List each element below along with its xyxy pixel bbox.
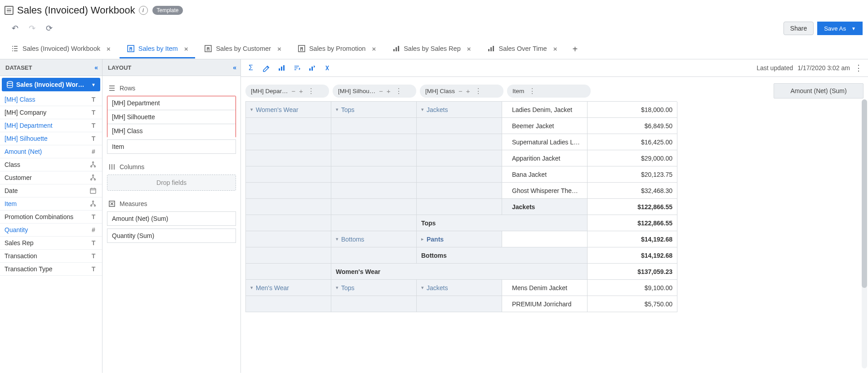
field-transaction[interactable]: TransactionT	[0, 250, 102, 263]
tab-sales-over-time[interactable]: Sales Over Time×	[480, 40, 564, 58]
col-header-department[interactable]: [MH] Depar… − + ⋮	[245, 85, 329, 98]
measure-pill[interactable]: Amount (Net) (Sum)	[107, 211, 236, 226]
col-header-amount[interactable]: Amount (Net) (Sum)	[774, 83, 864, 99]
chevron-right-icon[interactable]: ▸	[421, 236, 424, 242]
collapse-all-icon[interactable]: −	[379, 87, 383, 95]
item-cell[interactable]: Ghost Whisperer The…	[502, 183, 588, 199]
field--mh-company[interactable]: [MH] CompanyT	[0, 106, 102, 119]
col-header-class[interactable]: [MH] Class − + ⋮	[420, 85, 503, 98]
group-silhouette[interactable]: ▾Bottoms	[331, 231, 417, 247]
sigma-icon[interactable]: Σ	[246, 63, 255, 72]
collapse-left-icon[interactable]: «	[94, 64, 97, 71]
item-cell[interactable]: Mens Denim Jacket	[502, 280, 588, 296]
close-tab-icon[interactable]: ×	[467, 45, 471, 53]
measure-pill[interactable]: Quantity (Sum)	[107, 229, 236, 243]
tab-sales-invoiced-workbook[interactable]: Sales (Invoiced) Workbook×	[4, 40, 118, 58]
save-as-button[interactable]: Save As ▼	[817, 22, 863, 35]
sort-icon[interactable]	[292, 63, 301, 72]
column-menu-icon[interactable]: ⋮	[307, 87, 315, 95]
field--mh-class[interactable]: [MH] ClassT	[0, 93, 102, 106]
collapse-columns-icon[interactable]	[323, 63, 332, 72]
col-header-silhouette[interactable]: [MH] Silhou… − + ⋮	[333, 85, 416, 98]
group-silhouette[interactable]: ▾Tops	[331, 280, 417, 296]
row-field-pill[interactable]: [MH] Department	[107, 96, 236, 110]
item-cell[interactable]: Ladies Denim, Jacket	[502, 102, 588, 118]
amount-cell: $14,192.68	[588, 231, 677, 247]
vertical-scrollbar[interactable]	[862, 99, 867, 368]
close-tab-icon[interactable]: ×	[107, 45, 111, 53]
field-transaction-type[interactable]: Transaction TypeT	[0, 263, 102, 276]
expand-all-icon[interactable]: +	[466, 87, 470, 95]
chevron-down-icon[interactable]: ▾	[421, 285, 424, 291]
item-cell[interactable]: Bana Jacket	[502, 166, 588, 183]
measures-dropzone[interactable]: Amount (Net) (Sum)Quantity (Sum)	[107, 211, 236, 243]
column-menu-icon[interactable]: ⋮	[395, 87, 402, 95]
more-menu-icon[interactable]: ⋮	[855, 63, 863, 73]
field-customer[interactable]: Customer	[0, 171, 102, 184]
row-field-pill[interactable]: [MH] Silhouette	[107, 110, 236, 124]
tab-label: Sales (Invoiced) Workbook	[22, 45, 100, 52]
redo-icon[interactable]: ↷	[27, 23, 37, 33]
refresh-icon[interactable]: ⟳	[44, 23, 54, 33]
dataset-selector[interactable]: Sales (Invoiced) Wor… ▼	[2, 78, 100, 91]
row-field-item[interactable]: Item	[107, 139, 236, 154]
tab-sales-by-item[interactable]: Sales by Item×	[120, 40, 196, 58]
field-class[interactable]: Class	[0, 158, 102, 171]
field--mh-department[interactable]: [MH] DepartmentT	[0, 119, 102, 132]
chart-toggle-icon[interactable]	[277, 63, 286, 72]
chevron-down-icon[interactable]: ▾	[421, 107, 424, 112]
add-tab-button[interactable]: +	[566, 40, 584, 59]
scrollbar-thumb[interactable]	[862, 99, 867, 288]
close-tab-icon[interactable]: ×	[277, 45, 281, 53]
field-item[interactable]: Item	[0, 197, 102, 211]
item-cell[interactable]: Supernatural Ladies L…	[502, 134, 588, 150]
column-menu-icon[interactable]: ⋮	[475, 87, 482, 95]
field-date[interactable]: Date	[0, 184, 102, 197]
collapse-all-icon[interactable]: −	[458, 87, 463, 95]
chevron-down-icon[interactable]: ▾	[336, 107, 338, 112]
span-cell	[331, 183, 417, 199]
expand-all-icon[interactable]: +	[387, 87, 391, 95]
chevron-down-icon[interactable]: ▾	[336, 236, 338, 242]
expand-all-icon[interactable]: +	[299, 87, 303, 95]
field-promotion-combinations[interactable]: Promotion CombinationsT	[0, 211, 102, 224]
group-department[interactable]: ▾Women's Wear	[246, 102, 331, 118]
item-cell[interactable]: PREMIUM Jorrichard	[502, 296, 588, 312]
share-button[interactable]: Share	[783, 22, 814, 35]
rows-dropzone-highlighted[interactable]: [MH] Department[MH] Silhouette[MH] Class	[107, 96, 236, 138]
row-field-pill[interactable]: [MH] Class	[107, 124, 236, 138]
format-icon[interactable]	[262, 63, 271, 72]
close-tab-icon[interactable]: ×	[184, 45, 188, 53]
group-class-collapsed[interactable]: ▸Pants	[417, 231, 502, 247]
field-type-icon: T	[89, 252, 98, 260]
columns-dropzone[interactable]: Drop fields	[107, 175, 236, 191]
info-icon[interactable]: i	[139, 6, 148, 15]
tab-sales-by-sales-rep[interactable]: Sales by Sales Rep×	[385, 40, 478, 58]
field--mh-silhouette[interactable]: [MH] SilhouetteT	[0, 132, 102, 145]
group-department[interactable]: ▾Men's Wear	[246, 280, 331, 296]
field-amount-net-[interactable]: Amount (Net)#	[0, 145, 102, 158]
group-class[interactable]: ▾Jackets	[417, 102, 502, 118]
pivot-icon	[127, 45, 135, 53]
tab-label: Sales by Customer	[216, 45, 271, 52]
collapse-left-icon[interactable]: «	[233, 64, 235, 71]
close-tab-icon[interactable]: ×	[372, 45, 376, 53]
group-class[interactable]: ▾Jackets	[417, 280, 502, 296]
col-header-item[interactable]: Item ⋮	[507, 85, 591, 98]
chevron-down-icon[interactable]: ▾	[250, 107, 253, 112]
chevron-down-icon[interactable]: ▾	[250, 285, 253, 291]
undo-icon[interactable]: ↶	[10, 23, 20, 33]
close-tab-icon[interactable]: ×	[553, 45, 557, 53]
tab-sales-by-promotion[interactable]: Sales by Promotion×	[290, 40, 383, 58]
tab-sales-by-customer[interactable]: Sales by Customer×	[197, 40, 288, 58]
item-cell[interactable]: Apparition Jacket	[502, 150, 588, 166]
expand-chart-icon[interactable]	[307, 63, 316, 72]
field-quantity[interactable]: Quantity#	[0, 224, 102, 237]
subtotal-silhouette: Bottoms	[417, 247, 588, 264]
chevron-down-icon[interactable]: ▾	[336, 285, 338, 291]
collapse-all-icon[interactable]: −	[292, 87, 296, 95]
field-sales-rep[interactable]: Sales RepT	[0, 237, 102, 250]
column-menu-icon[interactable]: ⋮	[529, 87, 536, 95]
group-silhouette[interactable]: ▾Tops	[331, 102, 417, 118]
item-cell[interactable]: Beemer Jacket	[502, 118, 588, 134]
